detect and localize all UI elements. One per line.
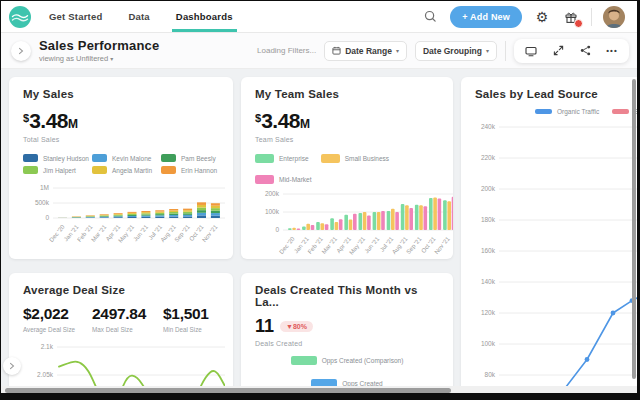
legend-item[interactable]: Small Business xyxy=(321,154,389,163)
svg-text:240k: 240k xyxy=(481,123,496,130)
svg-text:0: 0 xyxy=(45,214,49,221)
nav-items: Get StartedDataDashboards xyxy=(49,1,233,32)
svg-text:140k: 140k xyxy=(481,278,496,285)
svg-text:1M: 1M xyxy=(40,184,49,191)
card-title: Deals Created This Month vs La... xyxy=(255,284,439,308)
team-sales-chart: 200k100k0Dec '20Jan '21Feb '21Mar '21Apr… xyxy=(255,188,439,259)
svg-text:200k: 200k xyxy=(481,185,496,192)
app-logo-icon[interactable] xyxy=(9,6,31,28)
page-title: Sales Performance xyxy=(39,39,159,52)
average-deal-card: Average Deal Size $2,022Average Deal Siz… xyxy=(9,273,233,386)
svg-text:200k: 200k xyxy=(265,190,280,197)
legend-item[interactable]: Kevin Malone xyxy=(92,154,161,162)
svg-text:Sep '21: Sep '21 xyxy=(173,223,191,243)
lead-source-chart: 240k220k200k180k160k140k120k100k80k xyxy=(461,117,637,386)
svg-text:180k: 180k xyxy=(481,216,496,223)
date-grouping-button[interactable]: Date Grouping▾ xyxy=(415,41,497,61)
settings-gear-icon[interactable]: ⚙ xyxy=(533,8,551,26)
vertical-scrollbar-thumb[interactable] xyxy=(632,79,636,379)
notification-dot xyxy=(574,19,583,28)
svg-text:Sep '21: Sep '21 xyxy=(405,235,423,255)
svg-text:2.1k: 2.1k xyxy=(41,343,54,350)
svg-text:100k: 100k xyxy=(481,340,496,347)
collapse-chevron-button[interactable] xyxy=(11,41,31,61)
nav-item-dashboards[interactable]: Dashboards xyxy=(176,1,233,32)
legend-item[interactable]: Mid-Market xyxy=(255,175,312,184)
stat: 2497.84Max Deal Size xyxy=(92,305,146,333)
card-title: My Sales xyxy=(23,88,219,100)
page-header: Sales Performance viewing as Unfiltered … xyxy=(1,33,637,69)
card-title: My Team Sales xyxy=(255,88,439,100)
svg-text:Nov '21: Nov '21 xyxy=(201,223,219,243)
card-title: Average Deal Size xyxy=(23,284,219,296)
gift-icon[interactable] xyxy=(562,8,580,26)
viewing-as-dropdown[interactable]: viewing as Unfiltered ▾ xyxy=(39,54,159,63)
user-avatar[interactable] xyxy=(603,6,625,28)
svg-text:80k: 80k xyxy=(485,371,496,378)
dashboard-content: My Sales $3.48M Total Sales Stanley Huds… xyxy=(1,69,637,386)
app-window: Get StartedDataDashboards + Add New ⚙ xyxy=(1,1,637,393)
legend-item[interactable]: Stanley Hudson xyxy=(23,154,92,162)
svg-text:120k: 120k xyxy=(481,309,496,316)
svg-text:May '21: May '21 xyxy=(117,223,135,243)
nav-item-get-started[interactable]: Get Started xyxy=(49,1,102,32)
svg-text:100k: 100k xyxy=(265,208,280,215)
percent-change-badge: ▼80% xyxy=(280,321,313,332)
svg-text:Nov '21: Nov '21 xyxy=(433,235,451,255)
lead-source-legend: Organic TrafficSocial xyxy=(535,108,637,115)
deals-created-card: Deals Created This Month vs La... 11 ▼80… xyxy=(241,273,453,386)
fullscreen-expand-icon[interactable] xyxy=(552,45,564,57)
value-label: Total Sales xyxy=(23,136,219,143)
my-sales-chart: 1M500k0Dec '20Jan '21Feb '21Mar '21Apr '… xyxy=(23,182,219,252)
card-title: Sales by Lead Source xyxy=(475,88,637,100)
my-sales-card: My Sales $3.48M Total Sales Stanley Huds… xyxy=(9,77,233,259)
share-icon[interactable] xyxy=(579,45,591,57)
svg-text:Jun '21: Jun '21 xyxy=(132,223,149,242)
team-sales-card: My Team Sales $3.48M Team Sales Enterpri… xyxy=(241,77,453,259)
stat: $2,022Average Deal Size xyxy=(23,305,75,333)
more-options-icon[interactable]: ••• xyxy=(606,45,618,57)
horizontal-scrollbar-thumb[interactable] xyxy=(5,388,451,393)
value-label: Deals Created xyxy=(255,340,439,347)
legend-item[interactable]: Pam Beesly xyxy=(161,154,230,162)
calendar-icon xyxy=(332,46,341,55)
horizontal-scrollbar[interactable] xyxy=(1,386,637,393)
legend-item[interactable]: Jim Halpert xyxy=(23,166,92,174)
legend-item[interactable]: Erin Hannon xyxy=(161,166,230,174)
total-sales-value: $3.48M xyxy=(23,109,219,133)
nav-right-cluster: + Add New ⚙ xyxy=(421,6,625,28)
svg-text:2.05k: 2.05k xyxy=(37,371,54,378)
nav-item-data[interactable]: Data xyxy=(128,1,149,32)
team-sales-legend: EnterpriseSmall BusinessMid-Market xyxy=(255,154,439,184)
value-label: Team Sales xyxy=(255,136,439,143)
scroll-left-chevron-button[interactable] xyxy=(3,357,21,375)
average-deal-chart: 2.1k2.05k xyxy=(23,337,219,386)
deal-size-stats: $2,022Average Deal Size2497.84Max Deal S… xyxy=(23,305,219,333)
header-actions: ••• xyxy=(514,39,629,63)
nav-divider xyxy=(591,8,592,26)
date-range-button[interactable]: Date Range▾ xyxy=(324,41,407,61)
svg-text:Mar '21: Mar '21 xyxy=(321,235,339,255)
add-new-button[interactable]: + Add New xyxy=(450,6,522,28)
stat: $1,501Min Deal Size xyxy=(163,305,209,333)
top-nav: Get StartedDataDashboards + Add New ⚙ xyxy=(1,1,637,33)
lead-source-card: Sales by Lead Source Organic TrafficSoci… xyxy=(461,77,637,386)
svg-text:220k: 220k xyxy=(481,154,496,161)
search-icon[interactable] xyxy=(421,8,439,26)
my-sales-legend: Stanley HudsonKevin MalonePam BeeslyJim … xyxy=(23,154,233,178)
loading-filters-text: Loading Filters... xyxy=(257,46,316,55)
legend-item[interactable]: Enterprise xyxy=(255,154,309,163)
svg-text:160k: 160k xyxy=(481,247,496,254)
team-sales-value: $3.48M xyxy=(255,109,439,133)
deals-created-value: 11 xyxy=(255,316,274,337)
deals-legend: Opps Created (Comparison)Opps Created xyxy=(255,356,439,386)
svg-text:May '21: May '21 xyxy=(348,235,366,255)
svg-text:Jun '21: Jun '21 xyxy=(363,235,380,254)
legend-item[interactable]: Opps Created xyxy=(311,379,382,386)
legend-item[interactable]: Angela Martin xyxy=(92,166,161,174)
legend-item[interactable]: Organic Traffic xyxy=(535,108,599,115)
svg-text:500k: 500k xyxy=(35,199,50,206)
legend-item[interactable]: Opps Created (Comparison) xyxy=(291,356,404,365)
tv-present-icon[interactable] xyxy=(525,45,537,57)
svg-text:0: 0 xyxy=(275,226,279,233)
